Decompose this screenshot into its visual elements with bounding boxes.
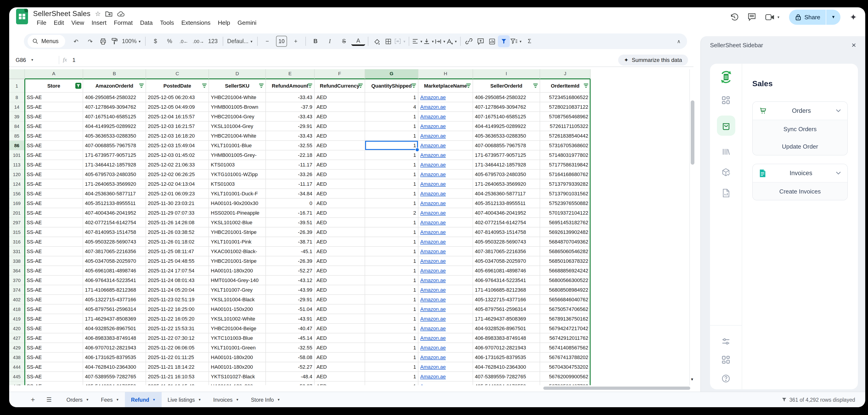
filter-icon[interactable] [258, 83, 264, 88]
column-header-D[interactable]: D [209, 69, 266, 79]
paint-format-button[interactable] [109, 35, 120, 47]
cell-E420[interactable]: -40.47 [266, 324, 315, 333]
cell-I338[interactable]: 405-0347058-2025970 [473, 256, 540, 266]
row-header-84[interactable]: 84 [9, 122, 25, 131]
cell-F39[interactable]: AED [315, 112, 365, 122]
cell-G427[interactable]: 1 [365, 333, 418, 343]
cell-A374[interactable]: SS-AE [25, 285, 83, 295]
cell-C113[interactable]: 2025-12-02 21:06:33 [146, 160, 209, 170]
cell-C418[interactable]: 2025-11-22 16:25:00 [146, 305, 209, 314]
cell-H429[interactable]: Amazon.ae [418, 343, 473, 353]
cell-E156[interactable]: -34.84 [266, 189, 315, 199]
cell-D418[interactable]: HA00101-150x200 [209, 305, 266, 314]
cell-G124[interactable]: 1 [365, 179, 418, 189]
cell-H8[interactable]: Amazon.ae [418, 93, 473, 102]
column-header-A[interactable]: A [25, 69, 83, 79]
cell-F85[interactable]: AED [315, 131, 365, 141]
cell-B444[interactable]: 404-7628410-2364300 [83, 362, 146, 372]
cell-A315[interactable]: SS-AE [25, 228, 83, 237]
summarize-data-button[interactable]: ✦ Summarize this data [618, 55, 688, 66]
row-header-374[interactable]: 374 [9, 285, 25, 295]
row-header-420[interactable]: 420 [9, 324, 25, 333]
cell-J316[interactable]: 56848707049362 [540, 237, 591, 247]
cell-F84[interactable]: AED [315, 122, 365, 131]
cell-A447[interactable]: SS-AE [25, 382, 83, 385]
column-header-J[interactable]: J [540, 69, 591, 79]
sheets-logo-icon[interactable] [16, 9, 28, 24]
menu-file[interactable]: File [33, 19, 50, 27]
cell-E113[interactable]: -11.17 [266, 160, 315, 170]
cell-I420[interactable]: 404-9328526-8967501 [473, 324, 540, 333]
row-header-316[interactable]: 316 [9, 237, 25, 247]
cell-E438[interactable]: -58.08 [266, 353, 315, 362]
cell-G315[interactable]: 1 [365, 228, 418, 237]
menu-extensions[interactable]: Extensions [178, 19, 214, 27]
cell-C331[interactable]: 2025-11-25 08:11:47 [146, 247, 209, 256]
column-header-G[interactable]: G [365, 69, 418, 79]
cell-B297[interactable]: 402-0772154-6142754 [83, 218, 146, 228]
cell-C338[interactable]: 2025-11-25 04:48:55 [146, 256, 209, 266]
menu-insert[interactable]: Insert [88, 19, 110, 27]
cell-A316[interactable]: SS-AE [25, 237, 83, 247]
format-currency-button[interactable]: $ [149, 35, 162, 47]
cell-A419[interactable]: SS-AE [25, 314, 83, 324]
insert-chart-button[interactable] [486, 35, 497, 47]
add-sheet-icon[interactable]: ＋ [29, 395, 36, 404]
filter-icon[interactable] [202, 83, 207, 88]
cell-F429[interactable]: AED [315, 343, 365, 353]
cell-H14[interactable]: Amazon.ae [418, 102, 473, 112]
filter-icon[interactable] [466, 83, 471, 88]
cell-D101[interactable]: YHMB001005-Grey- [209, 150, 266, 160]
cell-H370[interactable]: Amazon.ae [418, 276, 473, 285]
cell-A418[interactable]: SS-AE [25, 305, 83, 314]
row-header-338[interactable]: 338 [9, 256, 25, 266]
cell-I124[interactable]: 171-2640653-3569920 [473, 179, 540, 189]
star-icon[interactable]: ☆ [95, 10, 101, 18]
cell-B370[interactable]: 406-9764314-5223541 [83, 276, 146, 285]
menu-data[interactable]: Data [136, 19, 156, 27]
cell-D156[interactable]: YKLT101001-Duck-F [209, 189, 266, 199]
cell-C14[interactable]: 2025-12-05 04:49:09 [146, 102, 209, 112]
horizontal-scrollbar[interactable] [543, 387, 690, 390]
row-header-1[interactable]: 1 [9, 79, 25, 93]
format-percent-button[interactable]: % [163, 35, 177, 47]
video-call-icon[interactable]: ▼ [765, 13, 780, 21]
cell-B8[interactable]: 406-2950854-2580322 [83, 93, 146, 102]
cell-J364[interactable]: 56688856924242 [540, 266, 591, 276]
cell-A101[interactable]: SS-AE [25, 150, 83, 160]
cell-D444[interactable]: HA00101-180x200 [209, 362, 266, 372]
cell-E14[interactable]: -37.9 [266, 102, 315, 112]
cell-B429[interactable]: 406-9707012-2821943 [83, 343, 146, 353]
cell-I444[interactable]: 404-7628410-2364300 [473, 362, 540, 372]
cell-I169[interactable]: 405-3512133-8955511 [473, 199, 540, 208]
cell-J84[interactable]: 57261171105322 [540, 122, 591, 131]
cell-J124[interactable]: 57137979339282 [540, 179, 591, 189]
cell-I14[interactable]: 407-1278649-3094762 [473, 102, 540, 112]
cell-G438[interactable]: 1 [365, 353, 418, 362]
row-header-419[interactable]: 419 [9, 314, 25, 324]
cell-B113[interactable]: 171-3464412-1857928 [83, 160, 146, 170]
formula-input[interactable]: 1 [72, 57, 75, 63]
cell-B374[interactable]: 171-4106685-8212368 [83, 285, 146, 295]
cell-I315[interactable]: 407-8140953-1514758 [473, 228, 540, 237]
row-header-370[interactable]: 370 [9, 276, 25, 285]
close-icon[interactable]: × [851, 42, 856, 48]
cell-I8[interactable]: 406-2950854-2580322 [473, 93, 540, 102]
cell-J39[interactable]: 57087565468962 [540, 112, 591, 122]
cell-H438[interactable]: Amazon.ae [418, 353, 473, 362]
cell-H316[interactable]: Amazon.ae [418, 237, 473, 247]
cell-A420[interactable]: SS-AE [25, 324, 83, 333]
cell-D364[interactable]: HA00101-180x200 [209, 266, 266, 276]
cell-B101[interactable]: 171-6739577-9057125 [83, 150, 146, 160]
cell-J338[interactable]: 56850106378322 [540, 256, 591, 266]
cell-B420[interactable]: 404-9328526-8967501 [83, 324, 146, 333]
cell-G8[interactable]: 1 [365, 93, 418, 102]
cell-J419[interactable]: 56789136750162 [540, 314, 591, 324]
cell-A84[interactable]: SS-AE [25, 122, 83, 131]
row-header-444[interactable]: 444 [9, 362, 25, 372]
row-header-447[interactable]: 447 [9, 382, 25, 385]
cell-H120[interactable]: Amazon.ae [418, 170, 473, 179]
cell-B331[interactable]: 407-3817065-2216356 [83, 247, 146, 256]
bold-button[interactable]: B [309, 35, 322, 47]
cell-A338[interactable]: SS-AE [25, 256, 83, 266]
